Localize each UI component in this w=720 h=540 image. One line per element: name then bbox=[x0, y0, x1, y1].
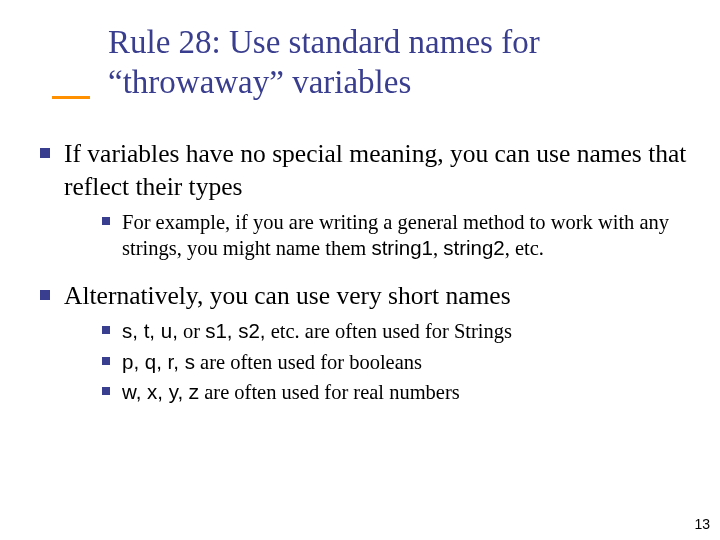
text-run: etc. are often used for Strings bbox=[266, 320, 513, 342]
code-run: string2 bbox=[443, 236, 505, 259]
bullet-level2: w, x, y, z are often used for real numbe… bbox=[102, 379, 690, 405]
code-run: s, t, u, bbox=[122, 319, 178, 342]
bullet-text: p, q, r, s are often used for booleans bbox=[122, 349, 422, 375]
bullet-text: If variables have no special meaning, yo… bbox=[64, 138, 690, 203]
text-run: are often used for real numbers bbox=[199, 381, 460, 403]
square-bullet-icon bbox=[102, 326, 110, 334]
sub-bullet-group: For example, if you are writing a genera… bbox=[102, 209, 690, 261]
bullet-level2: p, q, r, s are often used for booleans bbox=[102, 349, 690, 375]
slide: Rule 28: Use standard names for “throwaw… bbox=[0, 0, 720, 540]
code-run: string1 bbox=[371, 236, 433, 259]
square-bullet-icon bbox=[40, 290, 50, 300]
bullet-level1: Alternatively, you can use very short na… bbox=[40, 280, 690, 313]
square-bullet-icon bbox=[40, 148, 50, 158]
bullet-text: w, x, y, z are often used for real numbe… bbox=[122, 379, 460, 405]
square-bullet-icon bbox=[102, 357, 110, 365]
code-run: p, q, r, s bbox=[122, 350, 195, 373]
square-bullet-icon bbox=[102, 387, 110, 395]
bullet-text: s, t, u, or s1, s2, etc. are often used … bbox=[122, 318, 512, 344]
bullet-level1: If variables have no special meaning, yo… bbox=[40, 138, 690, 203]
title-accent-bar bbox=[52, 96, 90, 99]
bullet-text: For example, if you are writing a genera… bbox=[122, 209, 682, 261]
text-run: , bbox=[433, 237, 443, 259]
page-number: 13 bbox=[694, 516, 710, 532]
text-run: are often used for booleans bbox=[195, 351, 422, 373]
slide-body: If variables have no special meaning, yo… bbox=[40, 138, 690, 423]
code-run: s1, s2, bbox=[205, 319, 265, 342]
text-run: or bbox=[178, 320, 205, 342]
bullet-level2: s, t, u, or s1, s2, etc. are often used … bbox=[102, 318, 690, 344]
code-run: w, x, y, z bbox=[122, 380, 199, 403]
sub-bullet-group: s, t, u, or s1, s2, etc. are often used … bbox=[102, 318, 690, 405]
text-run: , etc. bbox=[505, 237, 544, 259]
bullet-text: Alternatively, you can use very short na… bbox=[64, 280, 511, 313]
square-bullet-icon bbox=[102, 217, 110, 225]
slide-title: Rule 28: Use standard names for “throwaw… bbox=[108, 22, 688, 103]
bullet-level2: For example, if you are writing a genera… bbox=[102, 209, 690, 261]
